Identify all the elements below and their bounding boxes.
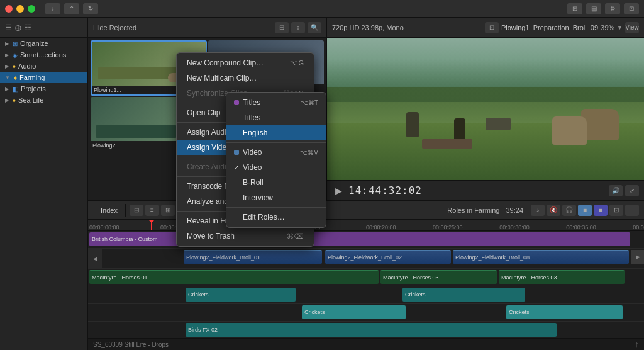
track-content-title: British Columbia - Custom: [88, 231, 644, 248]
cm-label: New Multicam Clip…: [187, 74, 257, 82]
sidebar-item-projects[interactable]: ▶ ◧ Projects: [0, 83, 87, 94]
sidebar-item-sealife[interactable]: ▶ ♦ Sea Life: [0, 94, 87, 106]
clip-crickets-2b[interactable]: Crickets: [506, 305, 623, 319]
window-icon[interactable]: ⊡: [624, 3, 639, 14]
clip-horses-01[interactable]: MacIntyre - Horses 01: [89, 270, 379, 284]
index-tab[interactable]: Index: [93, 204, 126, 217]
submenu: Titles ⌥⌘T Titles English Video: [226, 92, 326, 228]
traffic-lights: [5, 5, 35, 13]
sidebar-add-icon[interactable]: ⊕: [14, 23, 22, 33]
cm-shortcut: ⌘⌫: [287, 232, 304, 240]
sidebar-filter-icon[interactable]: ☷: [25, 23, 31, 32]
display-icon[interactable]: ⊞: [567, 3, 582, 14]
projects-icon: ◧: [13, 86, 18, 93]
clip-name-label: Plowing1_Preparation_Broll_09: [501, 24, 598, 31]
playhead: [151, 220, 152, 231]
layout-icon[interactable]: ▤: [586, 3, 601, 14]
headphone-btn[interactable]: 🎧: [562, 205, 576, 216]
clip-horses-03b[interactable]: MacIntyre - Horses 03: [499, 270, 625, 284]
timeline-more-btn[interactable]: ⋯: [625, 205, 639, 216]
sidebar-lib-icon: ☰: [5, 23, 12, 32]
cm-new-compound[interactable]: New Compound Clip… ⌥G: [177, 55, 314, 71]
sm-shortcut: ⌥⌘T: [301, 99, 318, 106]
volume-icon[interactable]: 🔊: [609, 185, 623, 196]
clip-crickets-1b[interactable]: Crickets: [402, 288, 525, 302]
chevron-icon: ▶: [5, 52, 9, 58]
clip-view-btn[interactable]: ⊟: [130, 205, 143, 216]
track-nav-left[interactable]: ◀: [88, 249, 102, 268]
clip-plowing1[interactable]: Plowing2_Fieldwork_Broll_01: [184, 250, 322, 264]
sm-label: Video: [243, 163, 262, 172]
duration-label: 39:24: [506, 206, 523, 214]
minimize-button[interactable]: [16, 5, 24, 13]
sidebar-item-audio[interactable]: ▶ ♦ Audio: [0, 60, 87, 72]
zoom-arrow: ▼: [617, 25, 623, 31]
search-btn[interactable]: 🔍: [308, 22, 321, 33]
sm-broll[interactable]: B-Roll: [226, 175, 326, 190]
sm-video-1[interactable]: Video ⌥⌘V: [226, 145, 326, 160]
clip-plowing2[interactable]: Plowing2_Fieldwork_Broll_02: [325, 250, 451, 264]
browser-toolbar-right: ⊟ ↕ 🔍: [275, 22, 321, 33]
smart-icon: ◈: [13, 52, 18, 59]
mute-btn[interactable]: 🔇: [547, 205, 560, 216]
filter-btn[interactable]: ⊟: [275, 22, 289, 33]
forest-bg: [327, 59, 644, 102]
ruler-mark-7: 00:00:35:00: [566, 224, 596, 230]
clip-crickets-1a[interactable]: Crickets: [186, 288, 296, 302]
preview-right-controls: 🔊 ⤢: [609, 185, 639, 196]
timeline-toolbar-right: Roles in Farming 39:24 ♪ 🔇 🎧 ■ ■ ⊡ ⋯: [447, 205, 639, 216]
timeline-toolbar: Index ⊟ ≡ ⊞ ▼ Roles in Farming 39:24 ♪ 🔇…: [88, 201, 644, 220]
clip-birds-fx[interactable]: Birds FX 02: [186, 323, 557, 337]
monitor-icon[interactable]: ⊡: [485, 22, 499, 33]
timecode-display: 14:44:32:02: [348, 184, 422, 196]
timeline-export-btn[interactable]: ⊡: [609, 205, 623, 216]
chevron-icon: ▶: [5, 64, 9, 69]
track-row-crickets-2: Crickets Crickets: [88, 304, 644, 322]
browser-toolbar: Hide Rejected ⊟ ↕ 🔍: [88, 18, 326, 38]
timeline-opt-btn2[interactable]: ■: [594, 205, 608, 216]
resolution-label: 720p HD 23.98p, Mono: [332, 24, 404, 31]
cm-new-multicam[interactable]: New Multicam Clip…: [177, 71, 314, 86]
clip-horses-03a[interactable]: MacIntyre - Horses 03: [380, 270, 497, 284]
settings-icon[interactable]: ⚙: [605, 3, 620, 14]
fullscreen-icon[interactable]: ⤢: [625, 185, 639, 196]
ruler-mark-6: 00:00:30:00: [499, 224, 530, 230]
grid-view-btn[interactable]: ⊞: [161, 205, 175, 216]
cm-move-trash[interactable]: Move to Trash ⌘⌫: [177, 229, 314, 244]
play-button[interactable]: ▶: [332, 184, 345, 197]
close-button[interactable]: [5, 5, 13, 13]
roles-label: Roles in Farming: [447, 206, 499, 214]
audio-btn[interactable]: ♪: [531, 205, 545, 216]
sync-icon[interactable]: ↻: [83, 3, 98, 14]
sidebar-item-smart[interactable]: ▶ ◈ Smart...ections: [0, 49, 87, 60]
ruler-mark-0: 00:00:00:00: [89, 224, 119, 230]
sm-video-2[interactable]: ✓ Video: [226, 160, 326, 175]
sm-sep-2: [226, 207, 326, 208]
main-layout: ☰ ⊕ ☷ ▶ ⊞ Organize ▶ ◈ Smart...ections ▶…: [0, 18, 644, 350]
audio-icon: ♦: [13, 63, 16, 70]
chevron-icon: ▶: [5, 98, 9, 103]
hide-rejected-label[interactable]: Hide Rejected: [93, 24, 136, 31]
timeline-opt-btn[interactable]: ■: [578, 205, 592, 216]
sm-interview[interactable]: Interview: [226, 190, 326, 205]
track-nav-right[interactable]: ▶: [631, 250, 644, 264]
sm-edit-roles[interactable]: Edit Roles…: [226, 210, 326, 225]
clip-bc-custom[interactable]: British Columbia - Custom: [89, 232, 630, 246]
download-icon[interactable]: ↓: [45, 3, 60, 14]
sort-btn[interactable]: ↕: [291, 22, 305, 33]
sm-sep-1: [226, 142, 326, 143]
sidebar-item-farming[interactable]: ▼ ♦ Farming: [0, 72, 87, 83]
sidebar-item-label: Projects: [21, 85, 46, 93]
clip-plowing3[interactable]: Plowing2_Fieldwork_Broll_08: [453, 250, 629, 264]
sm-label: B-Roll: [243, 178, 264, 187]
sm-english[interactable]: English: [226, 125, 326, 140]
maximize-button[interactable]: [28, 5, 35, 13]
view-btn[interactable]: View: [625, 22, 639, 33]
timeline-tracks: British Columbia - Custom ◀ Plowing2_Fie…: [88, 231, 644, 338]
sidebar-item-organize[interactable]: ▶ ⊞ Organize: [0, 38, 87, 49]
sm-titles-1[interactable]: Titles ⌥⌘T: [226, 95, 326, 110]
list-view-btn[interactable]: ≡: [145, 205, 159, 216]
clip-crickets-2a[interactable]: Crickets: [302, 305, 406, 319]
key-icon[interactable]: ⌃: [64, 3, 79, 14]
sm-titles-2[interactable]: Titles: [226, 110, 326, 125]
